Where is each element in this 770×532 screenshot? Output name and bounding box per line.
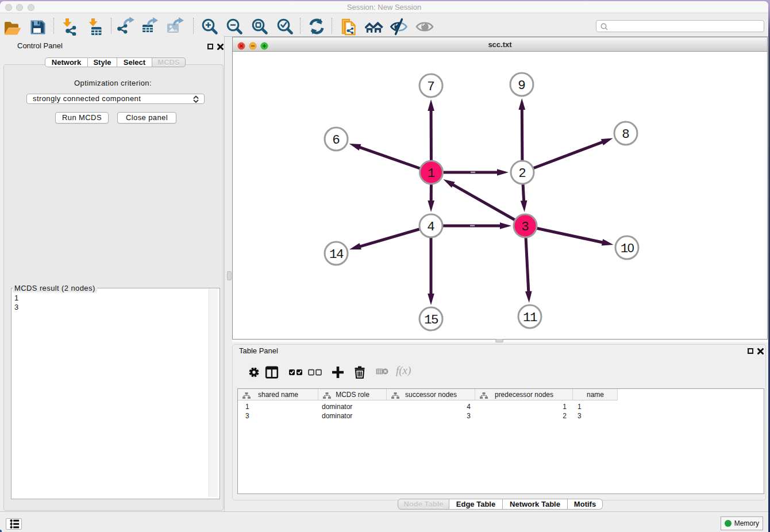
svg-text:6: 6 xyxy=(332,133,340,148)
svg-text:9: 9 xyxy=(518,78,526,93)
svg-text:8: 8 xyxy=(622,127,630,142)
svg-text:11: 11 xyxy=(523,310,537,325)
svg-text:4: 4 xyxy=(427,219,435,234)
svg-text:3: 3 xyxy=(521,219,529,234)
svg-text:10: 10 xyxy=(621,241,634,256)
svg-text:2: 2 xyxy=(518,166,526,181)
svg-text:1: 1 xyxy=(428,166,436,181)
svg-text:7: 7 xyxy=(427,79,435,94)
svg-text:14: 14 xyxy=(329,247,344,262)
svg-text:15: 15 xyxy=(424,313,438,327)
